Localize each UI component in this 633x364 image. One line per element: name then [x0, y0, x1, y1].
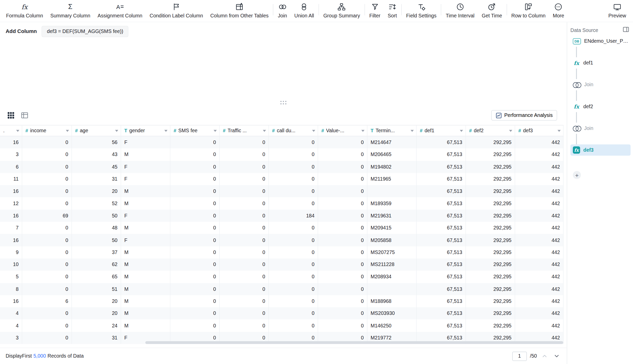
toolbar-union-all[interactable]: Union All: [291, 2, 318, 18]
table-cell: 0: [318, 295, 367, 307]
column-label: income: [30, 128, 64, 134]
column-dropdown-icon[interactable]: [509, 130, 512, 132]
column-dropdown-icon[interactable]: [164, 130, 168, 132]
column-dropdown-icon[interactable]: [214, 130, 217, 132]
column-header[interactable]: #age: [72, 125, 121, 136]
toolbar-column-from-other-tables[interactable]: Column from Other Tables: [207, 2, 272, 18]
table-cell: 442: [515, 222, 564, 234]
performance-analysis-button[interactable]: Performance Analysis: [491, 110, 557, 120]
toolbar-more[interactable]: More: [549, 2, 568, 18]
toolbar-assignment-column[interactable]: A Assignment Column: [94, 2, 146, 18]
column-header[interactable]: .: [0, 125, 22, 136]
flow-node-endemo-user-portr[interactable]: DBENdemo_User_Portr...: [571, 36, 631, 47]
table-cell: 50: [72, 234, 121, 246]
form-view-toggle[interactable]: [19, 110, 30, 120]
text-type-icon: T: [371, 128, 374, 134]
data-grid-section: Performance Analysis .#income#ageTgender…: [0, 108, 567, 364]
column-header[interactable]: #def3: [515, 125, 564, 136]
flow-node-def2[interactable]: fxdef2: [571, 101, 631, 112]
toolbar-summary-column[interactable]: Σ Summary Column: [47, 2, 94, 18]
toolbar-label: Row to Column: [511, 13, 546, 18]
table-cell: 16: [0, 234, 22, 246]
column-header[interactable]: #call du...: [269, 125, 318, 136]
table-cell: 67,513: [417, 271, 466, 283]
table-cell: 4: [0, 307, 22, 320]
column-header[interactable]: #def1: [417, 125, 466, 136]
table-cell: 12: [0, 197, 22, 210]
column-header[interactable]: Tgender: [121, 125, 170, 136]
next-page-button[interactable]: [552, 352, 561, 361]
formula-chip[interactable]: def3 = DEF(SUM_AGG(SMS fee)): [42, 26, 129, 37]
table-cell: M208934: [367, 271, 417, 283]
toolbar-row-to-column[interactable]: Row to Column: [508, 2, 549, 18]
splitter-drag-handle[interactable]: [280, 101, 287, 104]
flow-node-join[interactable]: Join: [571, 79, 631, 90]
table-cell: 69: [22, 209, 72, 222]
toolbar-get-time[interactable]: Get Time: [478, 2, 506, 18]
table-cell: 0: [22, 283, 72, 295]
column-dropdown-icon[interactable]: [312, 130, 315, 132]
records-prefix: DisplayFirst: [6, 353, 32, 359]
toolbar-filter[interactable]: Filter: [366, 2, 384, 18]
toolbar-formula-column[interactable]: fx Formula Column: [2, 2, 47, 18]
column-dropdown-icon[interactable]: [557, 130, 561, 132]
toolbar-group-summary[interactable]: Group Summary: [320, 2, 364, 18]
table-cell: M209415: [367, 222, 417, 234]
horizontal-scrollbar-thumb[interactable]: [145, 341, 563, 344]
previous-page-button[interactable]: [540, 352, 549, 361]
column-header[interactable]: #def2: [466, 125, 515, 136]
table-cell: M205858: [367, 234, 417, 246]
table-cell: 0: [269, 319, 318, 332]
record-count-link[interactable]: 5,000: [33, 353, 46, 359]
flow-node-join[interactable]: Join: [571, 123, 631, 134]
toolbar-label: Time Interval: [446, 13, 474, 18]
table-cell: M: [121, 295, 170, 307]
table-cell: 0: [220, 258, 269, 271]
table-cell: 292,295: [466, 161, 515, 173]
table-row: 7048M0000M20941567,513292,295442: [0, 222, 564, 234]
column-dropdown-icon[interactable]: [460, 130, 463, 132]
add-step-button[interactable]: +: [573, 171, 581, 179]
table-cell: 16: [0, 185, 22, 197]
page-number-input[interactable]: [512, 351, 527, 361]
column-header[interactable]: #income: [22, 125, 72, 136]
flow-node-label: def1: [583, 60, 593, 66]
column-dropdown-icon[interactable]: [410, 130, 414, 132]
toolbar-time-interval[interactable]: Time Interval: [442, 2, 478, 18]
column-header[interactable]: TTermin...: [367, 125, 417, 136]
table-row: 16020M000067,513292,295442: [0, 185, 564, 197]
panel-layout-icon[interactable]: [623, 27, 629, 34]
table-cell: M219631: [367, 209, 417, 222]
column-dropdown-icon[interactable]: [263, 130, 266, 132]
table-cell: 7: [0, 222, 22, 234]
number-type-icon: #: [223, 128, 226, 134]
formula-node-icon: fx: [573, 59, 580, 67]
toolbar-sort[interactable]: Sort: [384, 2, 400, 18]
column-dropdown-icon[interactable]: [66, 130, 69, 132]
table-cell: 0: [220, 283, 269, 295]
table-cell: F: [121, 136, 170, 149]
column-header[interactable]: #Traffic ...: [220, 125, 269, 136]
column-header[interactable]: #Value-...: [318, 125, 367, 136]
toolbar-condition-label-column[interactable]: Condition Label Column: [146, 2, 207, 18]
table-cell: 292,295: [466, 246, 515, 259]
table-cell: 48: [72, 222, 121, 234]
column-header[interactable]: #SMS fee: [170, 125, 219, 136]
table-cell: 62: [72, 258, 121, 271]
flow-node-def3[interactable]: fxdef3: [571, 144, 631, 156]
column-dropdown-icon[interactable]: [361, 130, 365, 132]
column-dropdown-icon[interactable]: [16, 130, 19, 132]
table-cell: 67,513: [417, 319, 466, 332]
grid-view-toggle[interactable]: [6, 110, 16, 120]
table-cell: 51: [72, 283, 121, 295]
table-cell: 0: [22, 197, 72, 210]
toolbar-join[interactable]: Join: [274, 2, 291, 18]
table-cell: 16: [0, 136, 22, 149]
toolbar-preview[interactable]: Preview: [605, 2, 630, 18]
column-dropdown-icon[interactable]: [115, 130, 118, 132]
flow-node-def1[interactable]: fxdef1: [571, 57, 631, 69]
toolbar-field-settings[interactable]: Field Settings: [403, 2, 440, 18]
sort-icon: [388, 2, 396, 11]
table-cell: 6: [0, 161, 22, 173]
table-cell: 67,513: [417, 136, 466, 149]
